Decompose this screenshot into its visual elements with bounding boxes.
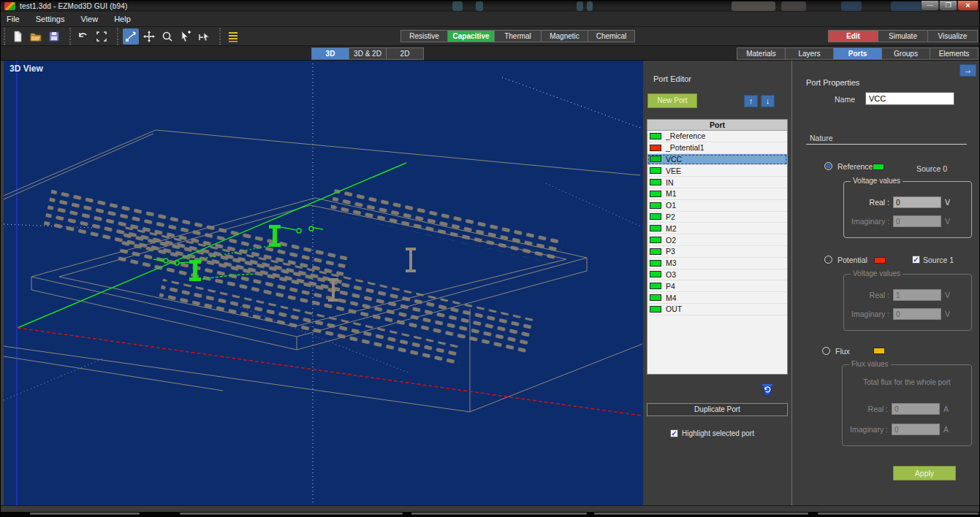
mode-tab[interactable]: Visualize <box>927 30 978 42</box>
port-list-item[interactable]: VCC <box>647 154 787 166</box>
nature-divider <box>806 144 967 145</box>
port-list-item[interactable]: IN <box>647 177 787 188</box>
port-color-swatch <box>650 294 661 301</box>
port-list-item[interactable]: M2 <box>647 223 787 234</box>
potential-voltage-group: Voltage values Real : V Imaginary : V <box>843 274 972 331</box>
taskbar-item[interactable] <box>818 513 979 515</box>
viewport-3d[interactable]: 3D View <box>4 61 643 505</box>
port-color-swatch <box>650 283 661 289</box>
port-list-item[interactable]: M1 <box>647 188 787 200</box>
taskbar-item[interactable] <box>411 513 587 515</box>
new-file-icon[interactable] <box>10 28 26 45</box>
port-name-input[interactable] <box>865 92 954 105</box>
potential-voltage-group-title: Voltage values <box>851 269 903 277</box>
port-list: Port _Reference _Potential1 VCC <box>647 119 788 375</box>
physics-tab[interactable]: Capacitive <box>447 30 495 42</box>
window-bottom-strip <box>1 505 980 512</box>
restore-button[interactable]: ❒ <box>939 1 957 11</box>
reference-imaginary-label: Imaginary : <box>847 217 889 226</box>
app-window: test1.3dd - EZMod3D GUI (b94) — ❒ × File… <box>0 0 980 517</box>
panel-tab[interactable]: Ports <box>833 47 882 60</box>
list-icon[interactable] <box>225 28 241 45</box>
fit-view-icon[interactable] <box>94 28 110 45</box>
nature-label: Nature <box>810 134 833 142</box>
delete-port-icon[interactable] <box>760 382 775 397</box>
port-list-item[interactable]: M4 <box>647 292 787 304</box>
port-name: P2 <box>666 212 675 221</box>
zoom-icon[interactable] <box>159 28 175 45</box>
open-folder-icon[interactable] <box>28 28 44 45</box>
menu-item[interactable]: View <box>80 15 98 23</box>
potential-real-unit: V <box>945 291 950 299</box>
port-list-item[interactable]: OUT <box>647 304 787 315</box>
port-list-item[interactable]: O2 <box>647 234 787 246</box>
menu-item[interactable]: File <box>7 15 20 23</box>
source1-label: Source 1 <box>923 256 954 264</box>
physics-tab[interactable]: Magnetic <box>541 30 588 42</box>
reference-radio[interactable] <box>824 162 832 170</box>
select-add-icon[interactable] <box>178 28 194 45</box>
source1-checkbox[interactable]: ✓ <box>912 256 920 264</box>
menu-item[interactable]: Settings <box>36 15 65 23</box>
port-list-item[interactable]: P2 <box>647 212 787 223</box>
port-name: P4 <box>666 282 675 291</box>
potential-imaginary-unit: V <box>945 310 950 318</box>
port-color-swatch <box>650 133 661 139</box>
port-name: VCC <box>666 155 682 164</box>
panel-tab[interactable]: Materials <box>737 47 786 60</box>
potential-imaginary-label: Imaginary : <box>847 310 889 318</box>
taskbar-item[interactable] <box>594 513 808 515</box>
close-button[interactable]: × <box>957 1 979 11</box>
collapse-panel-arrow-icon[interactable]: → <box>960 64 976 77</box>
new-port-button[interactable]: New Port <box>647 93 697 108</box>
title-bar: test1.3dd - EZMod3D GUI (b94) — ❒ × <box>1 1 980 12</box>
port-list-item[interactable]: P3 <box>647 246 787 258</box>
taskbar-item[interactable] <box>30 513 140 515</box>
port-list-item[interactable]: P4 <box>647 280 787 292</box>
mode-tab[interactable]: Edit <box>828 30 878 42</box>
panel-tab[interactable]: Layers <box>785 47 834 60</box>
mode-tab[interactable]: Simulate <box>878 30 928 42</box>
port-name: O3 <box>666 270 676 279</box>
minimize-button[interactable]: — <box>921 1 939 11</box>
apply-button[interactable]: Apply <box>893 466 956 480</box>
flux-values-group-title: Flux values <box>849 360 891 368</box>
port-list-item[interactable]: _Reference <box>647 131 787 142</box>
port-list-item[interactable]: VEE <box>647 165 787 177</box>
view-tab[interactable]: 3D <box>311 47 349 60</box>
pan-icon[interactable] <box>141 28 157 45</box>
reference-real-input[interactable] <box>893 196 941 208</box>
port-properties-panel: → Port Properties Name Nature Reference … <box>791 61 980 505</box>
physics-tab[interactable]: Chemical <box>588 30 635 42</box>
port-list-item[interactable]: M3 <box>647 258 787 269</box>
3d-scene[interactable] <box>4 61 643 505</box>
port-name: M3 <box>666 258 677 267</box>
duplicate-port-button[interactable]: Duplicate Port <box>647 403 788 416</box>
reference-real-unit: V <box>945 198 950 207</box>
port-name: IN <box>666 178 674 187</box>
physics-tab[interactable]: Resistive <box>400 30 448 42</box>
port-list-item[interactable]: O1 <box>647 200 787 212</box>
save-icon[interactable] <box>46 28 62 45</box>
panel-tab[interactable]: Groups <box>881 47 930 60</box>
potential-radio[interactable] <box>824 256 832 264</box>
panel-tab[interactable]: Elements <box>930 47 979 60</box>
port-list-item[interactable]: O3 <box>647 269 787 281</box>
view-tab[interactable]: 3D & 2D <box>349 47 387 60</box>
port-list-item[interactable]: _Potential1 <box>647 142 787 154</box>
move-port-down-button[interactable]: ↓ <box>761 95 775 107</box>
taskbar-item[interactable] <box>180 513 403 515</box>
flux-radio[interactable] <box>822 347 830 355</box>
view-tab[interactable]: 2D <box>386 47 424 60</box>
move-port-up-button[interactable]: ↑ <box>744 95 758 107</box>
menu-item[interactable]: Help <box>114 15 131 23</box>
port-color-swatch <box>650 145 661 151</box>
select-move-icon[interactable] <box>196 28 212 45</box>
rotate-3d-tool-icon[interactable] <box>123 28 139 45</box>
menu-bar: FileSettingsViewHelp <box>1 12 980 27</box>
physics-tab[interactable]: Thermal <box>494 30 542 42</box>
highlight-selected-port-checkbox[interactable]: ✓ <box>670 429 678 437</box>
undo-icon[interactable] <box>75 28 91 45</box>
taskbar <box>1 512 980 517</box>
flux-imaginary-label: Imaginary : <box>846 425 888 434</box>
